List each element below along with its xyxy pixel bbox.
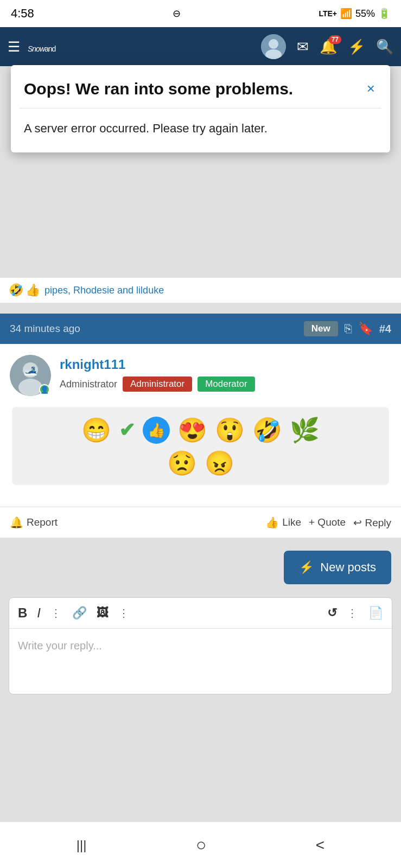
report-button[interactable]: 🔔 Report xyxy=(10,516,58,529)
author-roles: Administrator Administrator Moderator xyxy=(60,376,391,392)
error-modal: Oops! We ran into some problems. × A ser… xyxy=(11,65,390,152)
wow-emoji[interactable]: 😲 xyxy=(215,418,245,442)
like-icon: 👍 xyxy=(265,516,279,529)
back-button[interactable]: < xyxy=(305,832,335,858)
more-options-button[interactable]: ⋮ xyxy=(50,607,62,620)
status-icons: LTE+ 📶 55% 🔋 xyxy=(319,8,390,20)
new-posts-icon: ⚡ xyxy=(299,560,314,575)
svg-point-5 xyxy=(18,379,42,396)
online-indicator: 👤 xyxy=(39,384,50,395)
attach-button[interactable]: 📄 xyxy=(368,606,383,620)
thumbsup-button[interactable]: 👍 xyxy=(143,417,170,444)
new-posts-button[interactable]: ⚡ New posts xyxy=(284,551,391,584)
laugh-cry-emoji[interactable]: 🤣 xyxy=(252,418,282,442)
error-close-button[interactable]: × xyxy=(365,78,377,99)
heart-eyes-emoji[interactable]: 😍 xyxy=(177,418,207,442)
image-button[interactable]: 🖼 xyxy=(97,606,109,620)
author-avatar-wrap: 🎿 👤 xyxy=(10,355,51,396)
undo-button[interactable]: ↺ xyxy=(327,606,337,620)
status-bar: 4:58 ⊖ LTE+ 📶 55% 🔋 xyxy=(0,0,401,27)
dnd-icon: ⊖ xyxy=(173,8,181,20)
share-icon[interactable]: ⎘ xyxy=(345,322,352,336)
post-actions: 🔔 Report 👍 Like + Quote ↩ Reply xyxy=(0,507,401,538)
editor-toolbar: B I ⋮ 🔗 🖼 ⋮ ↺ ⋮ 📄 xyxy=(9,598,392,629)
bookmark-icon[interactable]: 🔖 xyxy=(358,322,373,336)
moderator-badge: Moderator xyxy=(198,376,254,392)
battery-icon: 🔋 xyxy=(378,8,390,20)
new-posts-label: New posts xyxy=(320,560,376,575)
report-icon: 🔔 xyxy=(10,516,23,529)
post-author-row: 🎿 👤 rknight111 Administrator Administrat… xyxy=(10,355,391,396)
bold-button[interactable]: B xyxy=(18,605,27,621)
editor-placeholder: Write your reply... xyxy=(18,640,102,652)
author-role-text: Administrator xyxy=(60,379,117,390)
reaction-picker: 😁 ✔ 👍 😍 😲 🤣 🌿 😟 😠 xyxy=(12,407,389,485)
reply-editor: B I ⋮ 🔗 🖼 ⋮ ↺ ⋮ 📄 Write your reply... xyxy=(9,597,392,694)
like-button[interactable]: 👍 Like xyxy=(265,516,301,529)
more-options-button-3[interactable]: ⋮ xyxy=(347,607,359,620)
quote-label: + Quote xyxy=(309,516,346,528)
grass-emoji[interactable]: 🌿 xyxy=(290,418,320,442)
reply-button[interactable]: ↩ Reply xyxy=(353,516,391,529)
post-header-bar: 34 minutes ago New ⎘ 🔖 #4 xyxy=(0,314,401,344)
laugh-emoji: 🤣 xyxy=(9,283,23,297)
likes-names: pipes, Rhodesie and lilduke xyxy=(44,285,164,296)
thumbsup-emoji: 👍 xyxy=(26,283,40,297)
haha-emoji[interactable]: 😁 xyxy=(81,418,111,442)
home-button[interactable]: ○ xyxy=(185,831,217,859)
error-modal-header: Oops! We ran into some problems. × xyxy=(11,65,390,108)
reaction-row-2: 😟 😠 xyxy=(20,451,381,475)
angry-emoji[interactable]: 😠 xyxy=(205,451,234,475)
svg-text:🎿: 🎿 xyxy=(24,363,37,376)
new-badge: New xyxy=(304,321,338,336)
signal-icon: 📶 xyxy=(340,8,352,20)
post-time: 34 minutes ago xyxy=(10,323,297,335)
reply-label: ↩ Reply xyxy=(353,516,391,529)
author-name[interactable]: rknight111 xyxy=(60,357,391,372)
sad-emoji[interactable]: 😟 xyxy=(167,451,197,475)
likes-emojis: 🤣 👍 xyxy=(9,283,40,297)
report-label: Report xyxy=(27,516,58,528)
quote-button[interactable]: + Quote xyxy=(309,516,346,528)
recent-apps-button[interactable]: ||| xyxy=(66,833,98,857)
like-label: Like xyxy=(282,516,301,528)
admin-badge: Administrator xyxy=(123,376,192,392)
battery-text: 55% xyxy=(355,8,375,20)
author-info: rknight111 Administrator Administrator M… xyxy=(60,355,391,392)
error-title: Oops! We ran into some problems. xyxy=(24,78,359,99)
new-posts-section: ⚡ New posts xyxy=(0,538,401,597)
post-number: #4 xyxy=(379,323,391,335)
italic-button[interactable]: I xyxy=(37,605,41,621)
bottom-nav: ||| ○ < xyxy=(0,821,401,868)
lte-label: LTE+ xyxy=(319,9,337,18)
link-button[interactable]: 🔗 xyxy=(72,606,87,620)
post-content: 🎿 👤 rknight111 Administrator Administrat… xyxy=(0,344,401,507)
reaction-row-1: 😁 ✔ 👍 😍 😲 🤣 🌿 xyxy=(20,417,381,444)
more-options-button-2[interactable]: ⋮ xyxy=(118,607,130,620)
error-modal-overlay: Oops! We ran into some problems. × A ser… xyxy=(0,27,401,152)
check-emoji[interactable]: ✔ xyxy=(119,419,135,442)
status-time: 4:58 xyxy=(11,7,34,21)
error-body: A server error occurred. Please try agai… xyxy=(11,108,390,152)
likes-row: 🤣 👍 pipes, Rhodesie and lilduke xyxy=(0,278,401,305)
editor-body[interactable]: Write your reply... xyxy=(9,629,392,694)
